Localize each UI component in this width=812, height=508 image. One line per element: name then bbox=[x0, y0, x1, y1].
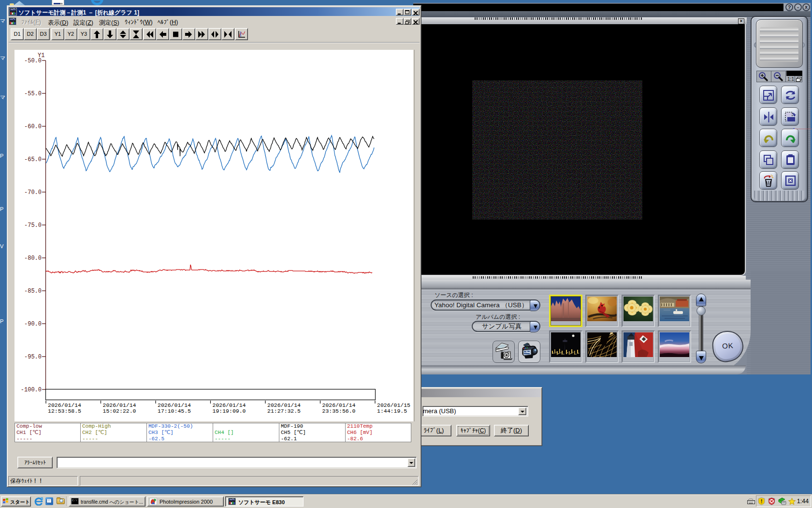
svg-text:-70.0: -70.0 bbox=[24, 189, 42, 196]
svg-text:-80.0: -80.0 bbox=[24, 255, 42, 262]
svg-text:21:27:32.5: 21:27:32.5 bbox=[267, 408, 301, 414]
svg-text:-85.0: -85.0 bbox=[24, 288, 42, 295]
svg-text:23:35:56.0: 23:35:56.0 bbox=[322, 408, 356, 414]
svg-text:1:44:19.5: 1:44:19.5 bbox=[377, 408, 407, 414]
svg-text:!: ! bbox=[761, 498, 763, 504]
svg-text:-50.0: -50.0 bbox=[24, 58, 42, 64]
svg-text:-65.0: -65.0 bbox=[24, 156, 42, 163]
svg-text:19:19:09.0: 19:19:09.0 bbox=[213, 408, 246, 414]
svg-text:-55.0: -55.0 bbox=[24, 90, 42, 97]
svg-text:12:53:58.5: 12:53:58.5 bbox=[48, 408, 81, 414]
svg-text:-75.0: -75.0 bbox=[24, 222, 42, 229]
svg-text:15:02:22.0: 15:02:22.0 bbox=[103, 408, 136, 414]
svg-text:-95.0: -95.0 bbox=[24, 354, 42, 360]
svg-text:-90.0: -90.0 bbox=[24, 321, 42, 328]
svg-text:17:10:45.5: 17:10:45.5 bbox=[158, 408, 191, 414]
svg-text:-100.0: -100.0 bbox=[21, 387, 42, 393]
svg-text:-60.0: -60.0 bbox=[24, 123, 42, 130]
